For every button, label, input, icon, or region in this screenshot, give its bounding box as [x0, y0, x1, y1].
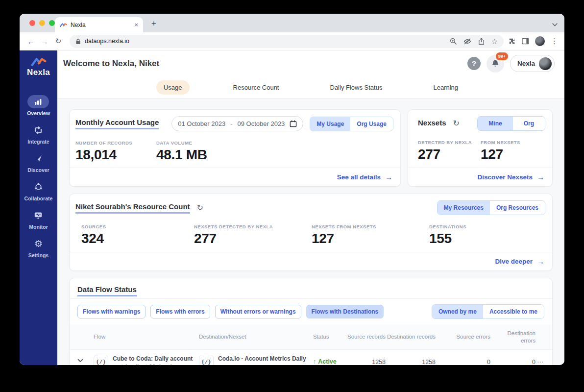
sidebar-item-monitor[interactable]: Monitor — [27, 209, 49, 230]
refresh-icon[interactable]: ↻ — [453, 120, 460, 127]
toggle-accessible-to-me[interactable]: Accessible to me — [483, 305, 544, 318]
close-window-button[interactable] — [29, 20, 35, 26]
browser-tab[interactable]: Nexla × — [55, 17, 143, 32]
row-expander-chevron-icon[interactable] — [77, 355, 94, 363]
notification-badge: 99+ — [496, 52, 508, 60]
side-panel-icon[interactable] — [522, 38, 529, 45]
flow-cell: {/} Cube to Coda: Daily account metrics … — [94, 355, 199, 365]
zoom-icon[interactable] — [450, 38, 457, 45]
destination-name[interactable]: Coda.io - Account Metrics Daily — [218, 355, 310, 363]
column-header-destination-errors: Destination errors — [495, 326, 535, 348]
sidebar-item-label: Collaborate — [24, 196, 53, 201]
stat-number-of-records: NUMBER OF RECORDS 18,014 — [75, 140, 156, 163]
nexla-favicon-icon — [60, 22, 67, 28]
notifications-button[interactable]: 99+ — [487, 55, 504, 73]
stat-label: DETECTED BY NEXLA — [418, 140, 481, 145]
bar-chart-icon — [27, 95, 49, 108]
usage-scope-toggle: My Usage Org Usage — [310, 117, 393, 131]
close-tab-icon[interactable]: × — [133, 21, 139, 29]
sidebar-item-discover[interactable]: Discover — [27, 152, 49, 173]
card-title: Nexsets — [418, 119, 446, 128]
flow-name[interactable]: Cube to Coda: Daily account metrics (las… — [113, 355, 199, 365]
sidebar-item-collaborate[interactable]: Collaborate — [24, 180, 53, 201]
browser-menu-icon[interactable]: ⋮ — [551, 37, 559, 46]
tab-learning[interactable]: Learning — [426, 80, 465, 95]
extensions-puzzle-icon[interactable] — [509, 38, 516, 45]
stat-value: 324 — [81, 231, 194, 246]
sidebar-item-overview[interactable]: Overview — [27, 95, 50, 116]
browser-window: Nexla × + ← → ↻ dataops.nexla.io — [20, 14, 564, 365]
sidebar-item-settings[interactable]: ⚙ Settings — [27, 237, 49, 258]
url-text[interactable]: dataops.nexla.io — [85, 38, 446, 45]
filter-flows-with-errors[interactable]: Flows with errors — [150, 305, 210, 318]
card-title: Data Flow Status — [77, 285, 137, 296]
filter-flows-with-destinations[interactable]: Flows with Destinations — [306, 305, 384, 318]
nexsets-scope-toggle: Mine Org — [477, 116, 545, 131]
minimize-window-button[interactable] — [39, 20, 45, 26]
column-header-status: Status — [313, 329, 346, 344]
stat-value: 127 — [481, 147, 520, 162]
refresh-icon[interactable]: ↻ — [197, 204, 203, 212]
help-button[interactable]: ? — [467, 57, 481, 70]
resource-count-card: Niket Sourabh's Resource Count ↻ My Reso… — [69, 194, 553, 271]
date-range-picker[interactable]: 01 October 2023 - 09 October 2023 — [171, 116, 303, 131]
sidebar-item-label: Integrate — [27, 139, 49, 145]
dashboard-scroll-area[interactable]: Monthly Account Usage 01 October 2023 - … — [57, 98, 564, 365]
destination-errors-value: 0 — [495, 355, 535, 365]
integrate-arrows-icon — [27, 123, 49, 137]
toggle-my-usage[interactable]: My Usage — [310, 117, 350, 131]
column-header-expander — [77, 333, 94, 341]
toggle-mine[interactable]: Mine — [478, 117, 512, 130]
stat-value: 277 — [194, 231, 312, 246]
tab-daily-flows-status[interactable]: Daily Flows Status — [323, 80, 390, 95]
forward-button[interactable]: → — [38, 35, 51, 48]
stat-value: 48.1 MB — [156, 147, 207, 163]
address-bar[interactable]: dataops.nexla.io — [70, 35, 504, 48]
tab-title: Nexla — [71, 22, 130, 28]
zoom-window-button[interactable] — [49, 20, 55, 26]
browser-toolbar: ← → ↻ dataops.nexla.io — [20, 32, 564, 50]
filter-flows-with-warnings[interactable]: Flows with warnings — [77, 305, 146, 318]
toggle-org[interactable]: Org — [513, 117, 545, 130]
collaborate-cycle-icon — [27, 180, 49, 194]
toggle-org-usage[interactable]: Org Usage — [350, 117, 393, 131]
dive-deeper-link[interactable]: Dive deeper — [495, 258, 533, 265]
stat-value: 155 — [429, 231, 466, 246]
stat-label: SOURCES — [81, 224, 194, 229]
row-menu-icon[interactable]: ⋯ — [535, 355, 544, 365]
bookmark-star-icon[interactable]: ☆ — [491, 38, 498, 45]
gear-icon: ⚙ — [27, 237, 49, 250]
browser-profile-avatar[interactable] — [535, 36, 545, 46]
desktop-background: Nexla × + ← → ↻ dataops.nexla.io — [0, 0, 584, 392]
toggle-org-resources[interactable]: Org Resources — [490, 201, 545, 215]
new-tab-button[interactable]: + — [148, 18, 160, 29]
stat-label: NEXSETS DETECTED BY NEXLA — [194, 224, 312, 229]
nexla-logo[interactable]: Nexla — [27, 56, 50, 77]
destination-code-icon: {/} — [199, 355, 214, 365]
share-icon[interactable] — [478, 38, 485, 45]
tab-resource-count[interactable]: Resource Count — [226, 80, 287, 95]
eye-slash-icon[interactable] — [463, 38, 471, 45]
source-records-value: 1258 — [346, 355, 386, 365]
stat-value: 18,014 — [75, 147, 156, 163]
chevron-down-icon[interactable] — [552, 23, 558, 26]
toggle-owned-by-me[interactable]: Owned by me — [432, 305, 483, 318]
account-button[interactable]: Nexla — [510, 55, 555, 72]
sidebar-item-integrate[interactable]: Integrate — [27, 123, 49, 145]
reload-button[interactable]: ↻ — [52, 35, 65, 48]
column-header-destination: Destination/Nexset — [199, 329, 313, 344]
toggle-my-resources[interactable]: My Resources — [438, 201, 490, 215]
filter-without-errors-or-warnings[interactable]: Without errors or warnings — [215, 305, 301, 318]
sidebar-item-label: Discover — [27, 167, 49, 173]
flow-code-icon: {/} — [94, 355, 108, 365]
stat-from-nexsets: FROM NEXSETS 127 — [481, 140, 520, 162]
flow-table-header: Flow Destination/Nexset Status Source re… — [70, 324, 552, 350]
see-all-details-link[interactable]: See all details — [337, 173, 381, 181]
table-row[interactable]: {/} Cube to Coda: Daily account metrics … — [70, 350, 552, 365]
column-header-flow: Flow — [94, 329, 199, 344]
tab-usage[interactable]: Usage — [156, 80, 190, 95]
discover-nexsets-link[interactable]: Discover Nexsets — [477, 173, 533, 181]
back-button[interactable]: ← — [24, 35, 37, 48]
destination-records-value: 1258 — [386, 355, 436, 365]
dashboard-tabs: Usage Resource Count Daily Flows Status … — [57, 76, 564, 98]
